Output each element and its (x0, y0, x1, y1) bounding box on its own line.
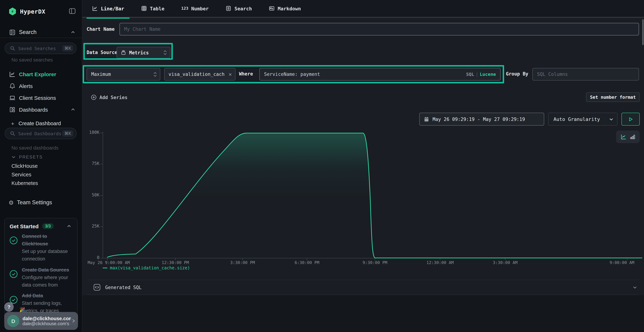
chevron-right-icon (71, 318, 76, 324)
x-axis-tick: 6:30:00 PM (295, 260, 320, 265)
where-filter-input[interactable]: ServiceName: payment SQL|Lucene (260, 68, 500, 80)
presets-header[interactable]: PRESETS (12, 154, 43, 160)
collapse-sidebar-icon[interactable] (68, 7, 76, 15)
app-window: ⚡ HyperDX Search ⌘K No saved searches (0, 0, 644, 332)
series-area (107, 133, 642, 258)
get-started-header[interactable]: Get Started 3/3 (10, 222, 74, 230)
user-menu[interactable]: D dale@clickhouse.com dale@clickhouse.co… (4, 312, 78, 330)
sidebar-item-client-sessions[interactable]: Client Sessions (0, 92, 82, 103)
help-button[interactable]: ? (4, 302, 14, 312)
add-series-button[interactable]: Add Series (91, 94, 128, 101)
get-started-title: Get Started (10, 223, 39, 229)
sql-language-option[interactable]: SQL (466, 72, 474, 77)
gear-icon: ⚙ (8, 199, 14, 206)
data-source-label: Data Source (86, 50, 117, 55)
tab-number[interactable]: 123 Number (176, 0, 214, 17)
check-circle-icon (9, 236, 18, 245)
number-123-icon: 123 (181, 6, 188, 11)
x-axis-tick: 9:30:00 PM (362, 260, 388, 265)
granularity-value: Auto Granularity (554, 116, 600, 122)
x-axis-tick: 12:30:00 PM (162, 260, 189, 265)
group-by-label: Group By (506, 71, 528, 76)
create-dashboard-label: Create Dashboard (18, 120, 61, 126)
presets-label: PRESETS (19, 154, 43, 160)
get-started-panel: Get Started 3/3 Connect to ClickHouse Se… (4, 218, 78, 324)
data-source-select[interactable]: Metrics (117, 47, 170, 58)
tab-table[interactable]: Table (136, 0, 170, 17)
sidebar-item-label: Team Settings (17, 199, 52, 206)
set-number-format-button[interactable]: Set number format (586, 92, 640, 102)
get-started-item[interactable]: Create Data Sources Configure where your… (9, 266, 74, 289)
line-chart-icon (92, 5, 98, 12)
tab-line-bar[interactable]: Line/Bar (86, 0, 130, 17)
saved-dashboards-search[interactable]: ⌘K (5, 128, 76, 139)
sidebar-section-dashboards[interactable]: Dashboards (0, 104, 82, 115)
metrics-archive-icon (120, 50, 126, 56)
preset-services[interactable]: Services (12, 172, 31, 178)
preset-kubernetes[interactable]: Kubernetes (12, 180, 38, 186)
search-icon (10, 46, 15, 51)
create-dashboard-button[interactable]: + Create Dashboard (0, 119, 82, 128)
chevron-down-icon (12, 155, 16, 159)
tab-label: Line/Bar (101, 6, 124, 11)
dashboard-grid-icon (9, 106, 16, 113)
add-series-label: Add Series (100, 95, 128, 100)
sidebar-item-label: Dashboards (19, 106, 48, 112)
table-icon (141, 5, 147, 12)
tab-label: Table (150, 6, 164, 11)
tab-search[interactable]: Search (220, 0, 258, 17)
list-document-icon (226, 5, 232, 12)
time-range-picker[interactable]: May 26 09:29:19 - May 27 09:29:19 (419, 113, 544, 126)
tab-markdown[interactable]: Markdown (263, 0, 306, 17)
chart-name-label: Chart Name (86, 26, 120, 32)
chevron-up-icon (66, 224, 72, 228)
get-started-item-title: Connect to ClickHouse (22, 232, 74, 248)
line-chart-icon (9, 71, 16, 78)
tab-label: Number (191, 6, 209, 11)
saved-searches-search[interactable]: ⌘K (5, 42, 76, 54)
where-value: ServiceName: payment (264, 72, 320, 77)
run-query-button[interactable] (622, 113, 640, 126)
sidebar-item-alerts[interactable]: Alerts (0, 80, 82, 91)
group-by-input[interactable]: SQL Columns (532, 68, 639, 80)
get-started-item[interactable]: Add Data Start sending logs, metrics, or… (9, 292, 74, 314)
granularity-select[interactable]: Auto Granularity (548, 113, 618, 126)
chevron-down-icon (609, 117, 614, 122)
main-content: Line/Bar Table 123 Number Search (82, 0, 644, 332)
tab-label: Markdown (278, 6, 301, 11)
lucene-language-option[interactable]: Lucene (480, 72, 496, 77)
timeseries-chart[interactable] (100, 129, 642, 261)
legend-series-label: max(visa_validation_cache.size) (110, 266, 190, 270)
chart-legend[interactable]: max(visa_validation_cache.size) (103, 266, 190, 270)
saved-searches-input[interactable] (18, 46, 62, 51)
chart-name-input[interactable] (120, 23, 639, 35)
sidebar-item-label: Chart Explorer (19, 71, 56, 77)
generated-sql-accordion[interactable]: Generated SQL (86, 280, 639, 295)
bell-icon (9, 82, 16, 89)
metric-field-chip[interactable]: visa_validation_cach × (164, 68, 236, 80)
markdown-icon (269, 5, 275, 12)
aggregation-select[interactable]: Maximum (86, 68, 160, 80)
preset-clickhouse[interactable]: ClickHouse (12, 163, 38, 169)
query-language-toggle[interactable]: SQL|Lucene (466, 72, 496, 77)
footer-spacer (82, 295, 644, 332)
get-started-item[interactable]: Connect to ClickHouse Set up your databa… (9, 232, 74, 262)
saved-dashboards-input[interactable] (18, 131, 62, 136)
data-source-value: Metrics (129, 50, 149, 55)
laptop-icon (9, 94, 16, 101)
plus-icon: + (11, 120, 14, 126)
get-started-item-title: Create Data Sources (22, 266, 74, 274)
sidebar-item-team-settings[interactable]: ⚙ Team Settings (0, 197, 82, 208)
sidebar-section-search[interactable]: Search (0, 27, 82, 37)
get-started-progress-badge: 3/3 (42, 223, 54, 229)
close-icon[interactable]: × (228, 71, 232, 78)
y-axis-tick: 25K (84, 224, 100, 228)
sidebar-item-chart-explorer[interactable]: Chart Explorer (0, 69, 82, 80)
select-chevrons-icon (163, 50, 167, 56)
hyperdx-logo-icon: ⚡ (8, 8, 16, 16)
y-axis-tick: 0 (84, 255, 100, 260)
scrollbar-thumb[interactable] (642, 19, 644, 45)
where-label: Where (239, 71, 253, 76)
search-section-icon (9, 29, 16, 36)
chart-name-row: Chart Name (86, 22, 639, 36)
